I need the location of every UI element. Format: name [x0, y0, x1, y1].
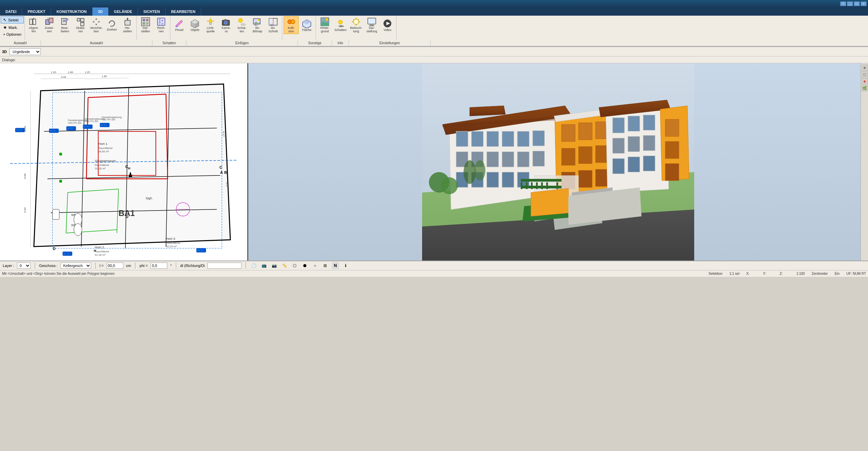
menu-gelande[interactable]: GELÄNDE [108, 7, 138, 16]
svg-text:B: B [224, 170, 227, 174]
svg-point-47 [258, 19, 260, 21]
screen-btn[interactable]: 📺 [260, 262, 268, 269]
lichtquelle-button[interactable]: Licht-quelle [203, 16, 218, 34]
drehen-button[interactable]: Drehen [104, 16, 119, 34]
svg-text:31,28 m²: 31,28 m² [95, 167, 106, 170]
info-btn[interactable]: ℹ [342, 262, 349, 269]
svg-text:61,28 m²: 61,28 m² [95, 253, 106, 256]
menu-konstruktion[interactable]: KONSTRUKTION [51, 7, 93, 16]
cam-btn[interactable]: 📷 [270, 262, 278, 269]
close-button[interactable]: × [861, 1, 867, 6]
svg-rect-190 [562, 124, 575, 141]
schatten3d-button[interactable]: Schat-ten [234, 16, 249, 34]
zuweisen-button[interactable]: Zuwei-sen [42, 16, 57, 34]
selektion-label: Selektion [708, 272, 722, 275]
material-tools-top: Abgrei-fen Zuwei-sen Bear-beiten [25, 16, 136, 40]
skalieren-button[interactable]: Skalie-ren [73, 16, 88, 34]
svg-text:90,85 m²: 90,85 m² [98, 150, 109, 153]
window-controls[interactable]: ? _ □ × [840, 1, 867, 6]
svg-rect-175 [517, 131, 529, 147]
bitmap3d-button[interactable]: 3D 3D-Bitmap [250, 16, 265, 34]
menu-bar: DATEI PROJEKT KONSTRUKTION 3D GELÄNDE SI… [0, 7, 868, 16]
minimize-button[interactable]: _ [847, 1, 853, 6]
beleuchtung-icon [351, 17, 361, 27]
dl-input[interactable] [207, 263, 241, 269]
svg-rect-223 [546, 182, 548, 189]
menu-bearbeiten[interactable]: BEARBEITEN [166, 7, 201, 16]
menu-projekt[interactable]: PROJEKT [22, 7, 51, 16]
hinstellen-button[interactable]: Hin.stellen [120, 16, 135, 34]
darstellen-button[interactable]: Dar-stellen [138, 16, 153, 34]
verschieben-button[interactable]: Verschie-ben [89, 16, 104, 34]
kamera-button[interactable]: Kame-ra [219, 16, 234, 34]
layer-select[interactable]: 0 [17, 263, 31, 269]
selekt-button[interactable]: ↖ Selekt [1, 16, 24, 23]
phi-input[interactable] [150, 263, 167, 269]
view-selector-bar: 3D Urgelände Plangelände [0, 47, 868, 56]
plants-tab[interactable]: 🌿 [862, 85, 868, 91]
schatten-tools-top: Dar-stellen ∑+÷= Rech-nen [137, 16, 170, 40]
schatten-label: Schatten [152, 40, 186, 46]
svg-text:H: H [94, 249, 96, 252]
dialoge-bar: Dialoge: [0, 56, 868, 63]
terrain-select[interactable]: Urgelände Plangelände [10, 48, 41, 55]
colors-tab[interactable]: ■ [862, 78, 868, 84]
floorplan-panel[interactable]: 1.20 1.86 1.25 [0, 63, 248, 261]
bitmap3d-icon: 3D [253, 17, 262, 27]
svg-marker-80 [34, 84, 231, 247]
schatten-einst-icon [336, 19, 345, 28]
maximize-button[interactable]: □ [854, 1, 860, 6]
svg-text:C: C [125, 165, 128, 169]
sep4 [176, 263, 176, 269]
optionen-button[interactable]: + Optionen [1, 31, 24, 37]
schnitt3d-button[interactable]: 3D 3D-Schnitt [266, 16, 281, 34]
menu-3d[interactable]: 3D [93, 7, 108, 16]
layers-tab[interactable]: ≡ [862, 65, 868, 71]
svg-rect-191 [579, 123, 592, 140]
objekt-button[interactable]: Objekt [187, 16, 202, 34]
clock-btn[interactable]: 🕐 [250, 262, 257, 269]
beleuchtung-button[interactable]: Beleuch-tung [349, 16, 364, 34]
mark-button[interactable]: ★ Mark. [1, 24, 24, 31]
bearbeiten-button[interactable]: Bear-beiten [57, 16, 72, 34]
measure-btn[interactable]: 📏 [281, 262, 288, 269]
video-button[interactable]: Video [380, 16, 395, 34]
svg-text:AF04: AF04 [67, 127, 74, 130]
svg-text:D: D [53, 247, 55, 251]
abgreifen-button[interactable]: Abgrei-fen [26, 16, 41, 34]
menu-sichten[interactable]: SICHTEN [138, 7, 166, 16]
north-btn[interactable]: N [332, 262, 339, 269]
help-button[interactable]: ? [840, 1, 846, 6]
svg-text:1.20: 1.20 [51, 71, 56, 74]
kollision-button[interactable]: Kolli-sion [284, 16, 299, 34]
darstellung-button[interactable]: Dar-stellung [364, 16, 379, 34]
pinsel-button[interactable]: Pinsel [172, 16, 187, 34]
ratio-value: 1:100 [796, 272, 805, 275]
rechnen-button[interactable]: ∑+÷= Rech-nen [154, 16, 169, 34]
menu-datei[interactable]: DATEI [0, 7, 22, 16]
svg-text:=: = [161, 22, 163, 26]
svg-text:AF02: AF02 [197, 249, 204, 252]
svg-text:C: C [219, 165, 222, 169]
svg-rect-179 [487, 152, 499, 167]
circle-btn[interactable]: ○ [311, 262, 319, 269]
svg-text:6.17: 6.17 [222, 131, 225, 137]
svg-rect-9 [77, 18, 80, 21]
svg-text:Hort 3: Hort 3 [166, 237, 176, 240]
flache-button[interactable]: Fläche [299, 16, 314, 34]
schatten-einst-button[interactable]: Schatten [333, 16, 348, 34]
polygon-btn[interactable]: ⬟ [301, 262, 308, 269]
sonstige-tools-top: Kolli-sion Fläche [282, 16, 316, 40]
svg-rect-197 [579, 170, 592, 187]
lasso-btn[interactable]: ⬡ [291, 262, 298, 269]
svg-rect-42 [224, 19, 227, 20]
geschoss-select[interactable]: Kellergesch Erdgeschoss 1. Obergeschoss [61, 263, 91, 269]
views-tab[interactable]: □ [862, 71, 868, 78]
svg-rect-19 [143, 19, 145, 21]
grid-btn[interactable]: ⊞ [321, 262, 329, 269]
rechnen-icon: ∑+÷= [156, 17, 166, 27]
l-input[interactable] [106, 263, 123, 269]
svg-text:8.17: 8.17 [226, 182, 229, 188]
hintergrund-button[interactable]: Hinter-grund [317, 16, 332, 34]
svg-rect-22 [146, 22, 149, 25]
